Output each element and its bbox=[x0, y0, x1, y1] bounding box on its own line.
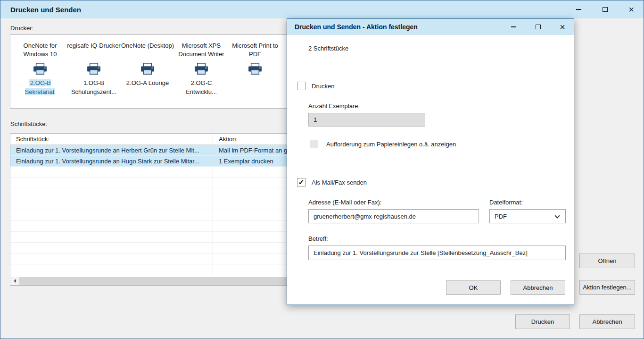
minimize-icon bbox=[511, 26, 516, 27]
printer-name: OneNote (Desktop) bbox=[121, 42, 174, 60]
close-icon: × bbox=[628, 5, 634, 14]
subject-label: Betreff: bbox=[308, 235, 328, 242]
mail-checkbox[interactable]: ✓ bbox=[297, 178, 305, 186]
open-button[interactable]: Öffnen bbox=[579, 254, 635, 268]
printer-location: 1.OG-B Schulungszent... bbox=[67, 78, 121, 96]
print-checkbox[interactable] bbox=[297, 82, 305, 90]
paper-prompt-checkbox bbox=[310, 140, 318, 148]
printer-name: Microsoft XPS Document Writer bbox=[174, 42, 228, 60]
minimize-icon bbox=[576, 9, 581, 10]
window-title: Drucken und Senden bbox=[10, 6, 575, 14]
printer-location: 2.OG-C Entwicklu... bbox=[174, 78, 228, 96]
printer-icon bbox=[33, 63, 48, 75]
dialog-maximize-button[interactable] bbox=[534, 20, 542, 34]
cancel-button[interactable]: Abbrechen bbox=[579, 314, 635, 329]
set-action-button[interactable]: Aktion festlegen... bbox=[579, 280, 635, 295]
paper-prompt-label: Aufforderung zum Papiereinlegen o.ä. anz… bbox=[326, 141, 456, 148]
maximize-button[interactable] bbox=[601, 2, 609, 17]
address-input[interactable] bbox=[308, 209, 479, 223]
printer-location: 2.OG-A Lounge bbox=[121, 78, 174, 87]
main-titlebar: Drucken und Senden × bbox=[0, 0, 644, 18]
check-icon: ✓ bbox=[298, 178, 305, 186]
main-window: Drucken und Senden × Drucker: OneNote fo… bbox=[0, 0, 644, 339]
dialog-cancel-button[interactable]: Abbrechen bbox=[511, 280, 565, 295]
dialog-minimize-button[interactable] bbox=[510, 20, 517, 34]
printer-location: 2.OG-B Sekretariat bbox=[13, 78, 67, 96]
printer-icon bbox=[86, 63, 101, 75]
window-controls: × bbox=[575, 2, 640, 17]
subject-input[interactable] bbox=[308, 246, 566, 260]
close-button[interactable]: × bbox=[627, 2, 635, 17]
printer-name: Microsoft Print to PDF bbox=[228, 42, 282, 60]
format-selected-value: PDF bbox=[495, 213, 507, 220]
format-select[interactable]: PDF bbox=[489, 209, 566, 223]
dialog-window-controls: × bbox=[510, 20, 570, 34]
maximize-icon bbox=[536, 25, 541, 29]
printer-item[interactable]: regisafe IQ-Drucker 1.OG-B Schulungszent… bbox=[67, 42, 121, 108]
minimize-button[interactable] bbox=[575, 2, 582, 17]
scroll-left-button[interactable] bbox=[11, 277, 18, 285]
printer-name: regisafe IQ-Drucker bbox=[67, 42, 121, 60]
documents-label: Schriftstücke: bbox=[10, 120, 47, 127]
printer-item[interactable]: Microsoft XPS Document Writer 2.OG-C Ent… bbox=[174, 42, 228, 108]
dialog-title: Drucken und Senden - Aktion festlegen bbox=[295, 23, 510, 31]
row-document: Einladung zur 1. Vorstellungsrunde an Hu… bbox=[10, 156, 213, 166]
printer-item[interactable]: OneNote (Desktop) 2.OG-A Lounge bbox=[121, 42, 174, 108]
printer-name: OneNote for Windows 10 bbox=[13, 42, 67, 60]
format-label: Dateiformat: bbox=[489, 199, 523, 206]
printers-label: Drucker: bbox=[10, 25, 33, 32]
document-count: 2 Schriftstücke bbox=[308, 45, 348, 52]
address-label: Adresse (E-Mail oder Fax): bbox=[308, 199, 381, 206]
mail-checkbox-label: Als Mail/Fax senden bbox=[312, 179, 367, 186]
print-button[interactable]: Drucken bbox=[515, 314, 570, 329]
copies-label: Anzahl Exemplare: bbox=[308, 102, 360, 110]
dialog-close-button[interactable]: × bbox=[559, 20, 566, 34]
printer-icon bbox=[140, 63, 155, 75]
action-dialog: Drucken und Senden - Aktion festlegen × … bbox=[287, 18, 574, 305]
close-icon: × bbox=[560, 22, 565, 32]
column-header-schriftstueck[interactable]: Schriftstück: bbox=[10, 134, 213, 144]
row-document: Einladung zur 1. Vorstellungsrunde an He… bbox=[10, 145, 213, 155]
copies-input bbox=[308, 113, 425, 127]
printer-icon bbox=[194, 63, 209, 75]
print-checkbox-label: Drucken bbox=[312, 83, 334, 90]
scroll-left-icon bbox=[14, 279, 16, 283]
chevron-down-icon bbox=[554, 213, 560, 218]
printer-icon bbox=[248, 63, 263, 75]
dialog-body: 2 Schriftstücke Drucken Anzahl Exemplare… bbox=[287, 35, 574, 305]
ok-button[interactable]: OK bbox=[446, 280, 501, 295]
maximize-icon bbox=[603, 7, 608, 12]
printer-item[interactable]: OneNote for Windows 10 2.OG-B Sekretaria… bbox=[13, 42, 67, 108]
printer-item[interactable]: Microsoft Print to PDF bbox=[228, 42, 282, 108]
dialog-titlebar: Drucken und Senden - Aktion festlegen × bbox=[287, 19, 574, 35]
